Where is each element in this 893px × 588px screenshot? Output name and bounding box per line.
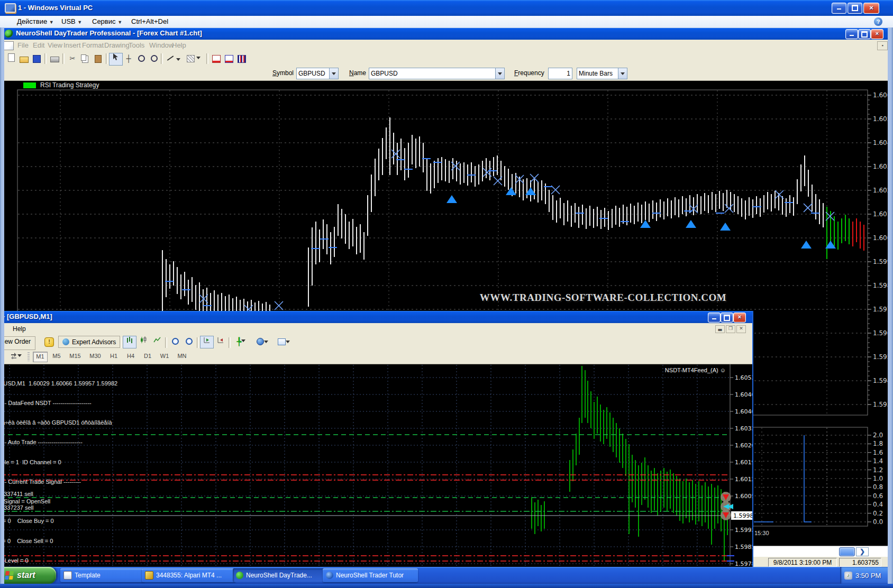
volume-tray-icon[interactable]: ♪ [844,572,852,580]
vpc-border-bottom [0,584,893,588]
trendline-tool-icon[interactable] [164,53,183,66]
windows-flag-icon [5,571,14,580]
timeframe-mn[interactable]: MN [175,352,189,361]
vpc-menu-ctrl-alt-del[interactable]: Ctrl+Alt+Del [127,16,172,27]
scroll-right-icon[interactable]: ❯ [856,547,869,556]
mt4-minimize-button[interactable] [708,313,721,323]
child-window-button[interactable]: ▪ [877,41,888,50]
vpc-help-icon[interactable]: ? [874,17,882,26]
menu-edit[interactable]: Edit [33,41,44,49]
mt4-child-restore-icon[interactable]: ❐ [726,325,735,333]
expert-advisors-button[interactable]: Expert Advisors [58,336,120,348]
candlestick-icon[interactable] [136,336,150,348]
svg-text:1.60125: 1.60125 [735,476,753,483]
vpc-menu-service[interactable]: Сервис ▼ [88,16,126,27]
vpc-border-left [0,27,4,588]
cut-icon[interactable]: ✂ [66,53,79,66]
timeframe-m30[interactable]: M30 [87,352,104,361]
mt4-menu-help[interactable]: Help [13,325,26,333]
menu-view[interactable]: View [48,41,62,49]
vpc-close-button[interactable]: × [863,3,879,14]
frequency-input[interactable]: 1 [548,68,572,79]
indicators-icon[interactable]: ╄ [232,336,251,348]
open-file-icon[interactable] [17,53,31,66]
menu-file[interactable]: File [17,41,29,49]
mt4-restore-button[interactable] [721,313,733,323]
name-dropdown-icon[interactable] [495,68,504,79]
chart-shift-icon[interactable] [214,336,227,348]
timeframe-m1[interactable]: M1 [33,352,48,362]
chart-red-icon[interactable] [209,53,223,66]
bars-type-combo[interactable]: Minute Bars [577,68,627,79]
symbol-combo[interactable]: GBPUSD [296,68,339,79]
mt4-child-close-icon[interactable]: ✕ [736,325,746,333]
chart-blue-icon[interactable] [222,53,236,66]
pointer-tool-icon[interactable] [109,53,123,66]
symbols-icon[interactable] [6,351,25,364]
vpc-maximize-button[interactable] [848,3,862,14]
menu-insert[interactable]: Insert [63,41,81,49]
vpc-minimize-button[interactable] [832,3,846,14]
minimize-button[interactable] [845,29,858,39]
mt4-title-bar[interactable]: - [GBPUSD,M1] × [0,311,752,323]
start-label: start [17,571,35,580]
menu-drawing[interactable]: Drawing [104,41,130,49]
bars-type-dropdown-icon[interactable] [618,68,627,79]
mt4-child-minimize-icon[interactable]: ▃ [715,325,725,333]
zoom-out-icon[interactable] [147,53,161,66]
virtual-pc-screen: { "vpc": { "title": "1 - Windows Virtual… [0,0,893,588]
vpc-menu-action[interactable]: Действие ▼ [13,16,58,27]
mt4-zoom-out-icon[interactable] [182,336,196,348]
taskbar: start Template 3448355: Alpari MT4 ... N… [0,567,893,584]
bar-chart-icon[interactable] [123,336,136,348]
start-button[interactable]: start [0,567,56,584]
pattern-fill-icon[interactable] [184,53,203,66]
tray-clock[interactable]: 3:50 PM [855,572,881,580]
svg-text:1.2: 1.2 [873,466,883,474]
paste-icon[interactable] [91,53,105,66]
mt4-close-button[interactable]: × [733,313,746,323]
zoom-in-icon[interactable] [134,53,148,66]
taskbar-item-neuroshell-daytrader[interactable]: NeuroShell DayTrade... [233,568,326,582]
menu-format[interactable]: Format [82,41,104,49]
chart-multi-icon[interactable] [235,53,249,66]
frequency-value: 1 [549,69,572,78]
vpc-menu-usb[interactable]: USB ▼ [57,16,86,27]
taskbar-item-template[interactable]: Template [60,568,145,582]
restore-button[interactable] [858,29,871,39]
name-value: GBPUSD [369,69,495,78]
timeframe-h1[interactable]: H1 [107,352,121,361]
menu-help[interactable]: Help [172,41,186,49]
close-button[interactable]: × [871,29,883,39]
name-combo[interactable]: GBPUSD [369,68,505,79]
templates-icon[interactable] [274,336,293,348]
new-file-icon[interactable] [4,53,18,66]
vpc-title-bar[interactable]: 1 - Windows Virtual PC × [0,0,893,16]
periods-icon[interactable] [253,336,272,348]
new-order-button[interactable]: New Order [0,336,35,350]
auto-scroll-icon[interactable] [200,336,214,348]
timeframe-w1[interactable]: W1 [158,352,171,361]
timeframe-h4[interactable]: H4 [124,352,138,361]
crosshair-tool-icon[interactable]: ┼ [122,53,135,66]
svg-text:0.0: 0.0 [873,518,883,526]
line-chart-icon[interactable] [150,336,164,348]
mt4-zoom-in-icon[interactable] [168,336,182,348]
svg-text:1.4: 1.4 [873,457,883,465]
taskbar-item-neuroshell-tutor[interactable]: NeuroShell Trader Tutor [323,568,418,582]
taskbar-item-alpari-mt4[interactable]: 3448355: Alpari MT4 ... [142,568,236,582]
warning-icon: ! [44,337,54,347]
timeframe-m15[interactable]: M15 [67,352,84,361]
menu-window[interactable]: Window [149,41,174,49]
symbol-dropdown-icon[interactable] [329,68,338,79]
timeframe-m5[interactable]: M5 [50,352,63,361]
scrollbar-thumb[interactable] [839,547,855,556]
print-icon[interactable] [48,53,61,66]
neuroshell-symbol-bar: Symbol GBPUSD Name GBPUSD Frequency 1 Mi… [0,66,893,81]
name-label: Name [349,69,366,77]
save-icon[interactable] [30,53,43,66]
menu-tools[interactable]: Tools [129,41,144,49]
copy-icon[interactable] [78,53,92,66]
timeframe-d1[interactable]: D1 [141,352,154,361]
neuroshell-title-bar[interactable]: NeuroShell DayTrader Professional - [For… [0,27,893,40]
